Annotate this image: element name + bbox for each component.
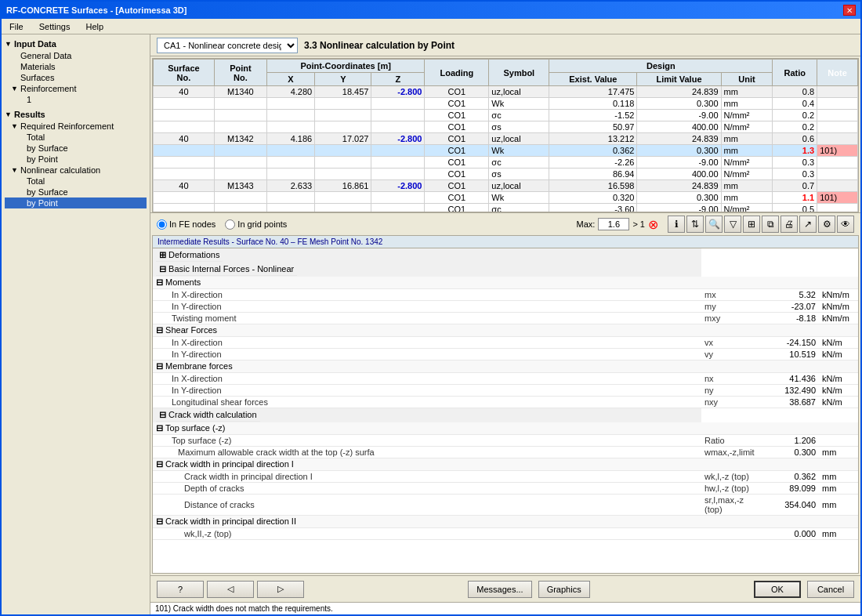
table-cell: -3.60 (549, 204, 637, 212)
table-icon[interactable]: ⊞ (743, 216, 760, 233)
tree-general-data[interactable]: General Data (5, 50, 147, 61)
table-cell (817, 98, 858, 110)
table-cell (371, 192, 425, 204)
col-z-header: Z (371, 73, 425, 86)
table-cell (371, 168, 425, 180)
table-row: Depth of cracks hw,l,-z (top) 89.099 mm (153, 483, 858, 495)
menu-file[interactable]: File (5, 21, 28, 32)
menu-bar: File Settings Help (2, 19, 860, 34)
table-cell: 40 (154, 133, 215, 145)
tree-materials[interactable]: Materials (5, 61, 147, 72)
table-cell: -2.26 (549, 157, 637, 168)
radio-fe-nodes[interactable]: In FE nodes (157, 219, 216, 230)
tree-nonlinear-calc[interactable]: ▼ Nonlinear calculation (5, 165, 147, 176)
table-cell: N/mm² (721, 121, 773, 133)
table-cell (266, 204, 314, 212)
basic-internal-section[interactable]: ⊟ Basic Internal Forces - Nonlinear (153, 263, 701, 277)
info-icon[interactable]: ℹ (668, 216, 685, 233)
eye-icon[interactable]: 👁 (837, 216, 854, 233)
graphics-button[interactable]: Graphics (538, 581, 590, 598)
table-cell: 4.186 (266, 133, 314, 145)
export-icon[interactable]: ↗ (799, 216, 817, 233)
table-cell (214, 98, 266, 110)
table-cell (371, 204, 425, 212)
tree-reinforcement[interactable]: ▼ Reinforcement (5, 83, 147, 94)
max-ratio-input[interactable] (598, 218, 629, 230)
table-cell (817, 86, 858, 98)
crack-width-section[interactable]: ⊟ Crack width calculation (153, 408, 701, 422)
col-design-header: Design (549, 60, 773, 73)
help-icon-btn[interactable]: ? (157, 581, 204, 598)
tree-by-surface2[interactable]: by Surface (5, 187, 147, 197)
funnel-icon[interactable]: ▽ (724, 216, 741, 233)
prev-btn[interactable]: ◁ (207, 581, 254, 598)
table-cell: Wk (489, 145, 549, 157)
close-button[interactable]: ✕ (843, 5, 856, 16)
table-cell (154, 168, 215, 180)
table-cell: 50.97 (549, 121, 637, 133)
warning-icon: ⊗ (648, 217, 658, 232)
table-cell (817, 204, 858, 212)
content-area: ▼ Input Data General Data Materials Surf… (2, 34, 860, 614)
tree-by-point1[interactable]: by Point (5, 154, 147, 165)
table-scroll-area[interactable]: SurfaceNo. PointNo. Point-Coordinates [m… (153, 59, 858, 212)
table-cell: mm (721, 86, 773, 98)
col-f-header: Symbol (489, 60, 549, 86)
table-cell (371, 98, 425, 110)
table-cell: CO1 (425, 110, 489, 121)
intermediate-header: Intermediate Results - Surface No. 40 – … (153, 236, 858, 248)
table-cell: CO1 (425, 86, 489, 98)
table-cell: 40 (154, 86, 215, 98)
messages-button[interactable]: Messages... (468, 581, 531, 598)
copy-icon[interactable]: ⧉ (762, 216, 779, 233)
cancel-button[interactable]: Cancel (807, 581, 854, 598)
table-cell (817, 133, 858, 145)
table-cell: σc (489, 110, 549, 121)
table-cell: uz,local (489, 133, 549, 145)
section-title: 3.3 Nonlinear calculation by Point (304, 40, 455, 51)
tree-by-point2[interactable]: by Point (5, 197, 147, 208)
next-btn[interactable]: ▷ (257, 581, 304, 598)
table-cell (154, 192, 215, 204)
tree-required-reinforcement[interactable]: ▼ Required Reinforcement (5, 121, 147, 132)
table-cell (817, 121, 858, 133)
menu-help[interactable]: Help (81, 21, 108, 32)
deformations-section[interactable]: ⊞ Deformations (153, 248, 701, 263)
tree-reinf-1[interactable]: 1 (5, 94, 147, 105)
settings2-icon[interactable]: ⚙ (818, 216, 835, 233)
crack-direction-ii-section: ⊟ Crack width in principal direction II (153, 516, 858, 528)
tree-total1[interactable]: Total (5, 132, 147, 143)
table-row: In X-direction mx 5.32 kNm/m (153, 289, 858, 301)
col-coords-header: Point-Coordinates [m] (266, 60, 425, 73)
membrane-forces-section: ⊟ Membrane forces (153, 361, 858, 373)
table-cell: 0.6 (773, 133, 817, 145)
bottom-bar-right: OK Cancel (754, 581, 854, 598)
filter-icon[interactable]: 🔍 (705, 216, 723, 233)
table-cell: N/mm² (721, 204, 773, 212)
table-cell: 400.00 (637, 168, 721, 180)
col-unit-header: Unit (721, 73, 773, 86)
table-cell: 0.3 (773, 168, 817, 180)
radio-grid-points[interactable]: In grid points (225, 219, 287, 230)
table-cell (154, 157, 215, 168)
ok-button[interactable]: OK (754, 581, 801, 598)
table-cell (371, 121, 425, 133)
table-cell: mm (721, 98, 773, 110)
table-cell: N/mm² (721, 110, 773, 121)
table-cell (817, 168, 858, 180)
table-cell: 40 (154, 180, 215, 192)
print-icon[interactable]: 🖨 (781, 216, 798, 233)
main-area: CA1 - Nonlinear concrete desig... 3.3 No… (150, 34, 860, 614)
footer-note: 101) Crack width does not match the requ… (150, 602, 860, 614)
sort-icon[interactable]: ⇅ (686, 216, 704, 233)
menu-settings[interactable]: Settings (34, 21, 75, 32)
max-display: Max: > 1 ⊗ ℹ ⇅ 🔍 ▽ ⊞ ⧉ 🖨 ↗ ⚙ 👁 (577, 216, 854, 233)
tree-total2[interactable]: Total (5, 176, 147, 187)
tree-surfaces[interactable]: Surfaces (5, 72, 147, 83)
tree-by-surface1[interactable]: by Surface (5, 143, 147, 154)
table-cell (315, 110, 371, 121)
ca-dropdown[interactable]: CA1 - Nonlinear concrete desig... (157, 38, 298, 53)
table-cell: 24.839 (637, 86, 721, 98)
table-cell: CO1 (425, 121, 489, 133)
table-cell (371, 110, 425, 121)
